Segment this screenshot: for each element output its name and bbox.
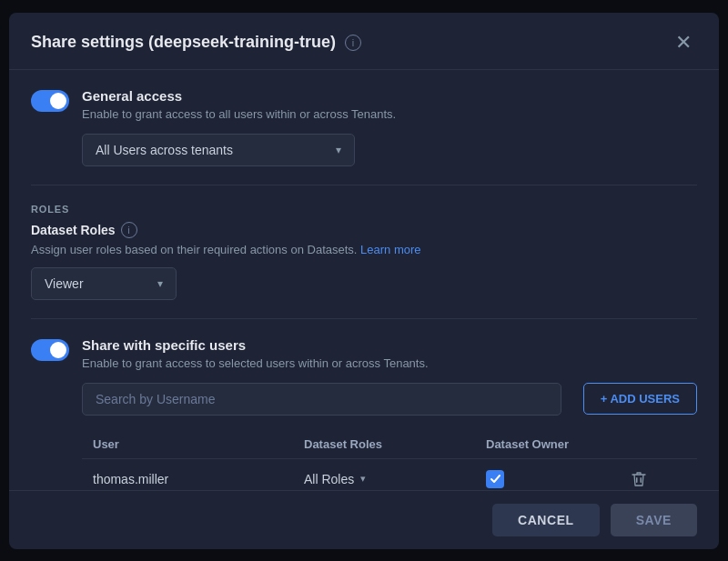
col-header-user: User (93, 437, 304, 451)
roles-dropdown[interactable]: Viewer Editor Admin ▾ (31, 267, 177, 300)
add-users-button[interactable]: + ADD USERS (583, 383, 697, 415)
modal-body: General access Enable to grant access to… (9, 70, 719, 490)
owner-checkbox[interactable] (486, 470, 504, 488)
general-access-toggle[interactable] (31, 90, 69, 112)
save-button[interactable]: SAVE (611, 504, 697, 536)
delete-user-button[interactable] (632, 471, 646, 487)
table-header: User Dataset Roles Dataset Owner (82, 430, 697, 459)
col-header-actions (632, 437, 686, 451)
roles-info-icon[interactable]: i (121, 222, 137, 238)
search-username-input[interactable] (82, 383, 561, 416)
col-header-dataset-owner: Dataset Owner (486, 437, 632, 451)
svg-rect-1 (641, 477, 642, 483)
share-settings-modal: Share settings (deepseek-training-true) … (9, 13, 719, 549)
col-header-dataset-roles: Dataset Roles (304, 437, 486, 451)
svg-rect-0 (636, 477, 638, 483)
users-table: User Dataset Roles Dataset Owner thomas.… (82, 430, 697, 490)
delete-cell (632, 471, 686, 487)
role-chevron-icon: ▾ (360, 473, 366, 485)
roles-dropdown-arrow-icon: ▾ (157, 277, 163, 290)
general-access-dropdown[interactable]: All Users across tenants All Users withi… (82, 134, 355, 166)
roles-desc: Assign user roles based on their require… (31, 243, 697, 256)
general-access-dropdown-wrapper: All Users across tenants All Users withi… (82, 134, 697, 166)
share-specific-toggle[interactable] (31, 339, 69, 361)
general-access-top: General access Enable to grant access to… (31, 88, 697, 121)
share-specific-section: Share with specific users Enable to gran… (31, 337, 697, 490)
user-role-cell: All Roles Viewer Editor ▾ (304, 472, 486, 486)
role-select-wrapper: All Roles Viewer Editor ▾ (304, 472, 486, 486)
general-access-text: General access Enable to grant access to… (82, 88, 396, 121)
search-add-row: + ADD USERS (82, 383, 697, 416)
modal-footer: CANCEL SAVE (9, 490, 719, 549)
close-button[interactable]: ✕ (670, 31, 697, 55)
cancel-button[interactable]: CANCEL (492, 504, 600, 536)
roles-select[interactable]: Viewer Editor Admin (45, 276, 150, 291)
dataset-roles-heading: Dataset Roles (31, 223, 116, 237)
modal-header: Share settings (deepseek-training-true) … (9, 13, 719, 70)
share-specific-top: Share with specific users Enable to gran… (31, 337, 697, 370)
learn-more-link[interactable]: Learn more (360, 243, 420, 256)
section-divider-2 (31, 318, 697, 319)
roles-label: ROLES (31, 204, 697, 215)
general-access-select[interactable]: All Users across tenants All Users withi… (96, 143, 329, 157)
modal-overlay: Share settings (deepseek-training-true) … (0, 0, 728, 561)
roles-section: ROLES Dataset Roles i Assign user roles … (31, 204, 697, 300)
general-access-desc: Enable to grant access to all users with… (82, 107, 396, 121)
share-specific-text: Share with specific users Enable to gran… (82, 337, 429, 370)
user-name-cell: thomas.miller (93, 472, 304, 486)
general-access-title: General access (82, 88, 396, 104)
share-specific-desc: Enable to grant access to selected users… (82, 356, 429, 370)
section-divider (31, 185, 697, 185)
share-specific-title: Share with specific users (82, 337, 429, 353)
user-role-select[interactable]: All Roles Viewer Editor (304, 472, 355, 486)
owner-checkbox-cell (486, 470, 632, 488)
info-icon[interactable]: i (345, 35, 361, 51)
table-row: thomas.miller All Roles Viewer Editor ▾ (82, 459, 697, 490)
dataset-roles-title: Dataset Roles i (31, 222, 697, 238)
dropdown-arrow-icon: ▾ (336, 144, 341, 156)
modal-title: Share settings (deepseek-training-true) (31, 33, 336, 52)
modal-title-row: Share settings (deepseek-training-true) … (31, 33, 361, 52)
general-access-section: General access Enable to grant access to… (31, 88, 697, 166)
